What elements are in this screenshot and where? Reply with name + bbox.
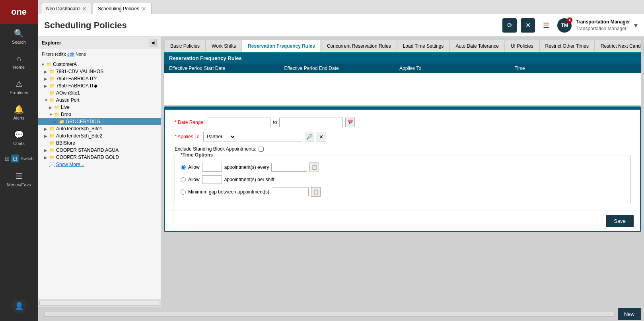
tab-workshifts[interactable]: Work Shifts bbox=[206, 40, 242, 52]
tree-item-live[interactable]: ▶ 📁 Live bbox=[38, 104, 161, 111]
app-logo[interactable]: one bbox=[0, 0, 38, 24]
tree-item-fabrica1[interactable]: ▶ 📁 7950-FABRICA IT? bbox=[38, 75, 161, 82]
expand-icon: ▶ bbox=[49, 105, 53, 110]
calendar-button[interactable]: 📅 bbox=[345, 118, 355, 127]
col-time: Time bbox=[515, 66, 630, 71]
radio-gap[interactable] bbox=[181, 190, 186, 195]
filters-label: Filters (edit): bbox=[42, 52, 66, 56]
warning-icon: ⚠ bbox=[16, 79, 23, 89]
tab-restrictnext[interactable]: Restrict Next Candi... bbox=[595, 40, 641, 52]
radio-every-mid: appointment(s) every bbox=[224, 164, 269, 170]
sidebar-item-alerts[interactable]: 🔔 Alerts bbox=[0, 100, 38, 125]
applies-to-select[interactable]: Partner All Customer bbox=[203, 132, 236, 141]
applies-to-label: * Applies To: bbox=[175, 134, 201, 139]
sidebar-item-home[interactable]: ⌂ Home bbox=[0, 49, 38, 74]
sidebar-item-chats[interactable]: 💬 Chats bbox=[0, 125, 38, 151]
folder-icon: 📁 bbox=[54, 105, 60, 110]
tab-autodate[interactable]: Auto Date Tolerance bbox=[449, 40, 505, 52]
tree-item-autotender2[interactable]: ▶ 📁 AutoTenderSch_Site2 bbox=[38, 132, 161, 139]
gap-input[interactable] bbox=[273, 188, 309, 196]
expand-icon: ▶ bbox=[44, 134, 48, 138]
folder-icon: 📁 bbox=[49, 133, 55, 139]
collapse-explorer-button[interactable]: ◀ bbox=[149, 39, 157, 46]
every-lookup-button[interactable]: 📋 bbox=[309, 162, 319, 172]
header: Scheduling Policies ⟳ ✕ ☰ TM ★ Transport… bbox=[38, 14, 644, 37]
bell-icon: 🔔 bbox=[14, 104, 24, 114]
folder-icon: 📁 bbox=[59, 119, 64, 124]
close-tab-dashboard[interactable]: ✕ bbox=[82, 6, 87, 12]
date-range-end[interactable] bbox=[279, 118, 343, 127]
tree-item-bbistore[interactable]: 📁 BBIStore bbox=[38, 139, 161, 147]
tab-loadtime[interactable]: Load Time Settings bbox=[397, 40, 450, 52]
tree-item-austinport[interactable]: ▼ 📁 Austin Port bbox=[38, 97, 161, 104]
browser-tab-policies[interactable]: Scheduling Policies ✕ bbox=[93, 3, 152, 14]
close-button[interactable]: ✕ bbox=[521, 18, 535, 33]
tab-concurrent[interactable]: Concurrent Reservation Rules bbox=[321, 40, 397, 52]
sidebar-item-label: Search bbox=[12, 40, 26, 44]
col-start: Effective Period Start Date bbox=[169, 66, 284, 71]
radio-row-gap: Minimum gap between appointment(s): 📋 bbox=[181, 187, 625, 197]
bottom-scrollbar[interactable] bbox=[44, 312, 615, 317]
date-range-start[interactable] bbox=[207, 118, 270, 127]
browser-tab-dashboard[interactable]: Neo Dashboard ✕ bbox=[41, 3, 92, 14]
tree-item-aownsite1[interactable]: 📁 AOwnSite1 bbox=[38, 89, 161, 97]
expand-icon: ▶ bbox=[44, 148, 48, 153]
explorer-header: Explorer ◀ bbox=[38, 37, 161, 49]
tree-item-valinhos[interactable]: ▶ 📁 7881-CDV VALINHOS bbox=[38, 68, 161, 75]
menu-button[interactable]: ☰ bbox=[539, 18, 553, 33]
folder-icon: 📁 bbox=[49, 83, 55, 89]
exclude-checkbox[interactable] bbox=[259, 147, 264, 152]
horizontal-scrollbar[interactable] bbox=[39, 301, 159, 306]
save-button[interactable]: Save bbox=[606, 215, 634, 227]
radio-every[interactable] bbox=[181, 165, 186, 170]
tab-basic[interactable]: Basic Policies bbox=[164, 40, 206, 52]
refresh-button[interactable]: ⟳ bbox=[502, 18, 517, 33]
content-area: Explorer ◀ Filters (edit): edit None ▼ 📁… bbox=[38, 37, 644, 307]
radio-shift[interactable] bbox=[181, 177, 186, 182]
explorer-panel: Explorer ◀ Filters (edit): edit None ▼ 📁… bbox=[38, 37, 161, 307]
sidebar-item-problems[interactable]: ⚠ Problems bbox=[0, 74, 38, 100]
tab-restrictother[interactable]: Restrict Other Times bbox=[539, 40, 595, 52]
tree-item-cooper-agua[interactable]: ▶ 📁 COOPER STANDARD AGUA bbox=[38, 147, 161, 154]
main-content: Neo Dashboard ✕ Scheduling Policies ✕ Sc… bbox=[38, 0, 644, 321]
new-button[interactable]: New bbox=[618, 308, 641, 320]
applies-to-value[interactable] bbox=[239, 132, 302, 141]
tree-item-groceryddg[interactable]: ▶ 📁 GROCERYDDG bbox=[38, 118, 161, 125]
folder-icon: 📁 bbox=[49, 148, 55, 153]
sidebar-item-label: Alerts bbox=[13, 116, 24, 120]
tree-item-show-more[interactable]: 📄 Show More... bbox=[38, 161, 161, 168]
gap-lookup-button[interactable]: 📋 bbox=[311, 187, 321, 197]
folder-icon: 📁 bbox=[54, 112, 60, 117]
folder-icon: 📁 bbox=[49, 76, 55, 81]
tree-item-customerA[interactable]: ▼ 📁 CustomerA bbox=[38, 61, 161, 68]
filters-edit-link[interactable]: edit bbox=[67, 52, 74, 56]
sidebar-item-switch[interactable]: ⊞ ⊡ Switch bbox=[0, 151, 38, 166]
time-options-box: *Time Options Allow appointment(s) every… bbox=[175, 155, 630, 204]
tree-item-drop[interactable]: ▼ 📁 Drop bbox=[38, 111, 161, 118]
sidebar-switch-label: Switch bbox=[21, 156, 33, 161]
explorer-title: Explorer bbox=[42, 40, 61, 46]
tab-uipolicies[interactable]: UI Policies bbox=[505, 40, 539, 52]
lookup-button[interactable]: 🔎 bbox=[305, 132, 314, 141]
tab-resfreq[interactable]: Reservation Frequency Rules bbox=[242, 40, 321, 53]
expand-icon: ▶ bbox=[44, 77, 48, 81]
doc-icon: 📄 bbox=[49, 162, 55, 167]
tree-item-cooper-gold[interactable]: ▶ 📁 COOPER STANDARD GOLD bbox=[38, 154, 161, 161]
time-options-title: *Time Options bbox=[179, 152, 214, 158]
every-count-input[interactable] bbox=[202, 163, 222, 172]
sidebar-item-menus[interactable]: ☰ Menus/Favs bbox=[0, 166, 38, 192]
sidebar-item-search[interactable]: 🔍 Search bbox=[0, 24, 38, 49]
tree-item-fabrica2[interactable]: ▶ 📁 7950-FABRICA IT◆ bbox=[38, 82, 161, 89]
sidebar-item-avatar[interactable]: 👤 bbox=[0, 294, 38, 318]
shift-count-input[interactable] bbox=[202, 175, 222, 184]
user-dropdown-arrow[interactable]: ▾ bbox=[634, 21, 638, 30]
expand-icon: ▼ bbox=[49, 112, 53, 117]
tree-item-autotender1[interactable]: ▶ 📁 AutoTenderSch_Site1 bbox=[38, 125, 161, 132]
clear-applies-button[interactable]: ✕ bbox=[317, 132, 326, 141]
dialog-content: * Date Range: to 📅 * Applies To: Partner bbox=[165, 110, 640, 211]
table-body bbox=[164, 73, 641, 105]
search-icon: 🔍 bbox=[14, 29, 24, 38]
radio-shift-suffix: appointment(s) per shift bbox=[224, 177, 274, 182]
every-interval-input[interactable] bbox=[271, 163, 307, 172]
close-tab-policies[interactable]: ✕ bbox=[142, 6, 146, 12]
